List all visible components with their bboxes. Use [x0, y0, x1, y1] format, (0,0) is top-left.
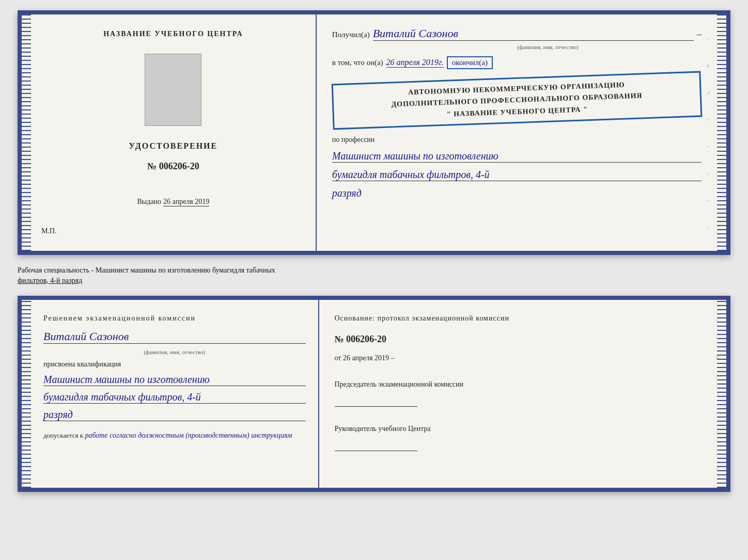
qualification-label: присвоена квалификация [43, 360, 306, 369]
texture-left [22, 14, 31, 251]
protocol-date: от 26 апреля 2019 – [335, 354, 702, 362]
bottom-right-edge-decoration: ––и,а←–––– [716, 310, 721, 477]
protocol-date-prefix: от [335, 354, 341, 362]
chairman-signature-line [335, 406, 417, 407]
in-that-line: в том, что он(а) 26 апреля 2019г. окончи… [332, 56, 702, 69]
description-text2: фильтров, 4-й разряд [18, 277, 82, 284]
description-text1: Рабочая специальность - Машинист машины … [18, 266, 275, 274]
profession-line1: Машинист машины по изготовлению [332, 150, 702, 163]
finished-label: окончил(а) [447, 56, 493, 69]
profession-label: по профессии [332, 136, 702, 144]
issued-line: Выдано 26 апреля 2019 [137, 198, 210, 206]
protocol-date-value: 26 апреля 2019 [343, 354, 389, 362]
qual-line2: бумагидля табачных фильтров, 4-й [43, 391, 306, 404]
cert-type-label: УДОСТОВЕРЕНИЕ [129, 141, 218, 151]
protocol-number: № 006206-20 [335, 334, 702, 345]
recipient-dash: – [697, 29, 702, 40]
profession-line3: разряд [332, 187, 702, 199]
issued-date: 26 апреля 2019 [163, 198, 209, 206]
cert-left-page: НАЗВАНИЕ УЧЕБНОГО ЦЕНТРА УДОСТОВЕРЕНИЕ №… [31, 14, 317, 251]
recipient-name: Виталий Сазонов [373, 27, 694, 41]
completion-date: 26 апреля 2019г. [386, 58, 444, 68]
texture-right [717, 14, 726, 251]
head-label: Руководитель учебного Центра [335, 423, 702, 434]
bottom-texture-left [22, 300, 31, 488]
bottom-booklet: Решением экзаменационной комиссии Витали… [18, 296, 730, 492]
cert-right-page: Получил(а) Виталий Сазонов – (фамилия, и… [317, 14, 717, 251]
fio-subtitle: (фамилия, имя, отчество) [394, 44, 702, 50]
mp-label: М.П. [41, 227, 57, 235]
decision-title: Решением экзаменационной комиссии [43, 314, 306, 323]
qual-line3: разряд [43, 409, 306, 421]
qual-line1: Машинист машины по изготовлению [43, 374, 306, 386]
admitted-line: допускается к работе согласно должностны… [43, 431, 306, 440]
profession-line2: бумагидля табачных фильтров, 4-й [332, 169, 702, 181]
chairman-label: Председатель экзаменационной комиссии [335, 379, 702, 390]
training-center-title: НАЗВАНИЕ УЧЕБНОГО ЦЕНТРА [103, 30, 243, 38]
recipient-line: Получил(а) Виталий Сазонов – [332, 27, 702, 41]
admitted-label: допускается к [43, 431, 83, 439]
fio-label-bottom: (фамилия, имя, отчество) [43, 349, 306, 355]
cert-number: № 006206-20 [147, 161, 199, 172]
received-label: Получил(а) [332, 30, 370, 39]
head-signature-line [335, 451, 417, 451]
admitted-value: работе согласно должностным (производств… [85, 431, 292, 439]
right-edge-decoration: –и,а←–––– [707, 25, 712, 241]
bottom-left-page: Решением экзаменационной комиссии Витали… [31, 300, 319, 488]
photo-placeholder [145, 54, 201, 126]
bottom-right-page: Основание: протокол экзаменационной коми… [319, 300, 718, 488]
basis-label: Основание: протокол экзаменационной коми… [335, 314, 702, 323]
issued-label: Выдано [137, 198, 162, 206]
description-block: Рабочая специальность - Машинист машины … [18, 263, 730, 287]
org-block: АВТОНОМНУЮ НЕКОММЕРЧЕСКУЮ ОРГАНИЗАЦИЮ ДО… [331, 71, 702, 130]
person-name-bottom: Виталий Сазонов [43, 330, 306, 344]
protocol-dash: – [391, 354, 395, 362]
in-that-label: в том, что он(а) [332, 58, 383, 67]
top-booklet: НАЗВАНИЕ УЧЕБНОГО ЦЕНТРА УДОСТОВЕРЕНИЕ №… [18, 10, 730, 255]
